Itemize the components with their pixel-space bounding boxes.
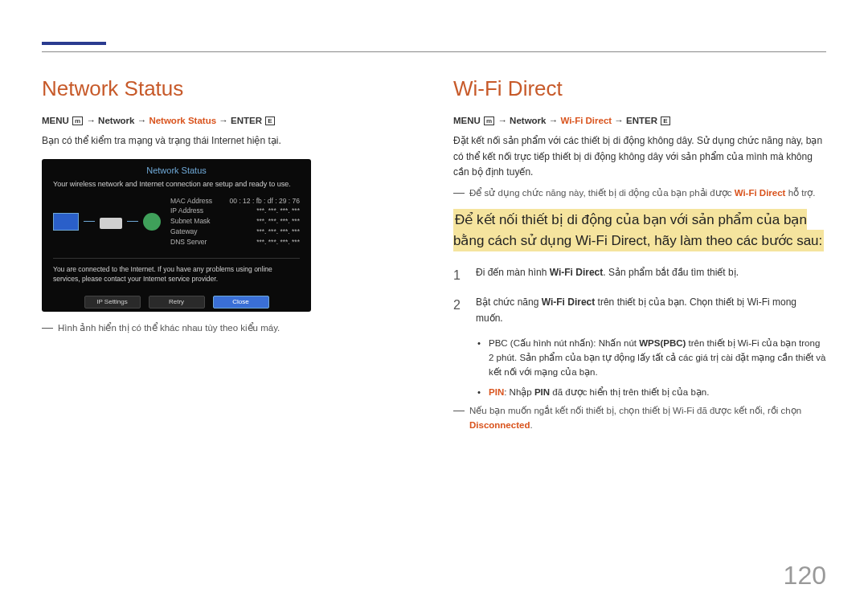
menu-prefix: MENU [453,116,481,125]
step-2: 2 Bật chức năng Wi-Fi Direct trên thiết … [453,295,826,325]
bullet-part: đã được hiển thị trên thiết bị của bạn. [550,387,709,397]
field-label: Gateway [170,227,198,237]
field-value: ***. ***. ***. *** [256,206,300,216]
step-text: Bật chức năng [476,296,542,308]
menu-path-text: → Network → [86,116,149,125]
router-icon [100,218,122,229]
highlight-block: Để kết nối thiết bị di động của bạn với … [453,210,826,252]
ss-network-table: MAC Address00 : 12 : fb : df : 29 : 76 I… [170,196,300,247]
field-label: IP Address [170,206,203,216]
menu-highlight: Wi-Fi Direct [560,116,612,125]
menu-path-right: MENU m → Network → Wi-Fi Direct → ENTER … [453,116,826,125]
dash-icon: ― [453,184,465,201]
bullet-icon: • [477,385,481,399]
menu-highlight: Network Status [149,116,216,125]
bullet-icon: • [477,336,481,380]
menu-prefix: MENU [42,116,69,125]
ss-connection-diagram [53,196,161,247]
menu-path-left: MENU m → Network → Network Status → ENTE… [42,116,415,125]
step-body: Bật chức năng Wi-Fi Direct trên thiết bị… [476,295,826,325]
bullet-text: PBC (Cấu hình nút nhấn): Nhấn nút WPS(PB… [489,336,826,380]
menu-path-text2: → ENTER [612,116,657,125]
menu-path-text2: → ENTER [216,116,262,125]
ss-button-row: IP Settings Retry Close [53,296,300,309]
field-value: ***. ***. ***. *** [256,227,300,237]
ss-footer-message: You are connected to the Internet. If yo… [53,258,300,284]
globe-icon [143,213,161,231]
dash-icon: ― [453,402,465,430]
page-content: Network Status MENU m → Network → Networ… [0,0,868,437]
field-value: ***. ***. ***. *** [256,216,300,227]
dash-icon: ― [42,319,53,336]
wps-pbc-bold: WPS(PBC) [639,338,686,348]
note-text: Để sử dụng chức năng này, thiết bị di độ… [469,186,815,203]
heading-wifi-direct: Wi-Fi Direct [453,76,826,101]
note-text: Hình ảnh hiển thị có thể khác nhau tùy t… [58,321,280,338]
note-left: ― Hình ảnh hiển thị có thể khác nhau tùy… [42,321,415,338]
bullet-pbc: • PBC (Cấu hình nút nhấn): Nhấn nút WPS(… [453,336,826,380]
heading-network-status: Network Status [42,76,415,101]
step-text: Đi đến màn hình [476,267,550,278]
menu-path-text: → Network → [497,116,560,125]
bullet-text: PIN: Nhập PIN đã được hiển thị trên thiế… [489,385,709,399]
ip-settings-button: IP Settings [84,296,141,309]
step-1: 1 Đi đến màn hình Wi-Fi Direct. Sản phẩm… [453,265,826,286]
ss-title: Network Status [53,166,300,175]
wifi-direct-label: Wi-Fi Direct [735,188,786,198]
field-value: ***. ***. ***. *** [256,237,300,247]
note-text: Nếu bạn muốn ngắt kết nối thiết bị, chọn… [469,404,826,432]
disconnected-label: Disconnected [469,420,530,430]
field-label: MAC Address [170,196,212,206]
header-divider [42,51,826,52]
step-number: 1 [453,265,465,286]
column-right: Wi-Fi Direct MENU m → Network → Wi-Fi Di… [453,76,826,437]
step-number: 2 [453,295,465,325]
note-part: Để sử dụng chức năng này, thiết bị di độ… [469,188,735,198]
ss-ready-message: Your wireless network and Internet conne… [53,180,300,188]
note-right-2: ― Nếu bạn muốn ngắt kết nối thiết bị, ch… [453,404,826,432]
field-label: DNS Server [170,237,207,247]
bullet-pin: • PIN: Nhập PIN đã được hiển thị trên th… [453,385,826,399]
retry-button: Retry [149,296,205,309]
pin-bold: PIN [534,387,550,397]
intro-right: Đặt kết nối sản phẩm với các thiết bị di… [453,133,826,180]
step-text: . Sản phẩm bắt đầu tìm thiết bị. [603,267,739,278]
pin-label: PIN [489,387,504,397]
column-left: Network Status MENU m → Network → Networ… [42,76,415,437]
field-value: 00 : 12 : fb : df : 29 : 76 [230,196,300,206]
menu-icon: m [484,116,494,125]
bullet-part: : Nhập [504,387,534,397]
header-accent [42,42,106,45]
wifi-direct-bold: Wi-Fi Direct [550,267,604,278]
connection-line [127,221,138,222]
bullet-part: PBC (Cấu hình nút nhấn): Nhấn nút [489,338,639,348]
tv-icon [53,213,79,231]
note-part: hỗ trợ. [785,188,815,198]
connection-line [84,221,95,222]
close-button: Close [213,296,269,309]
ss-body: MAC Address00 : 12 : fb : df : 29 : 76 I… [53,196,300,247]
field-label: Subnet Mask [170,216,211,227]
network-status-screenshot: Network Status Your wireless network and… [42,159,311,312]
page-number: 120 [784,561,826,591]
step-body: Đi đến màn hình Wi-Fi Direct. Sản phẩm b… [476,265,826,286]
note-part: . [530,420,532,430]
enter-icon: E [265,116,274,125]
intro-left: Bạn có thể kiểm tra mạng và trạng thái I… [42,133,415,149]
note-part: Nếu bạn muốn ngắt kết nối thiết bị, chọn… [469,406,801,415]
highlight-text: Để kết nối thiết bị di động của bạn với … [453,209,824,251]
menu-icon: m [72,116,83,125]
wifi-direct-bold: Wi-Fi Direct [542,296,596,308]
note-right-1: ― Để sử dụng chức năng này, thiết bị di … [453,186,826,203]
enter-icon: E [661,116,669,125]
